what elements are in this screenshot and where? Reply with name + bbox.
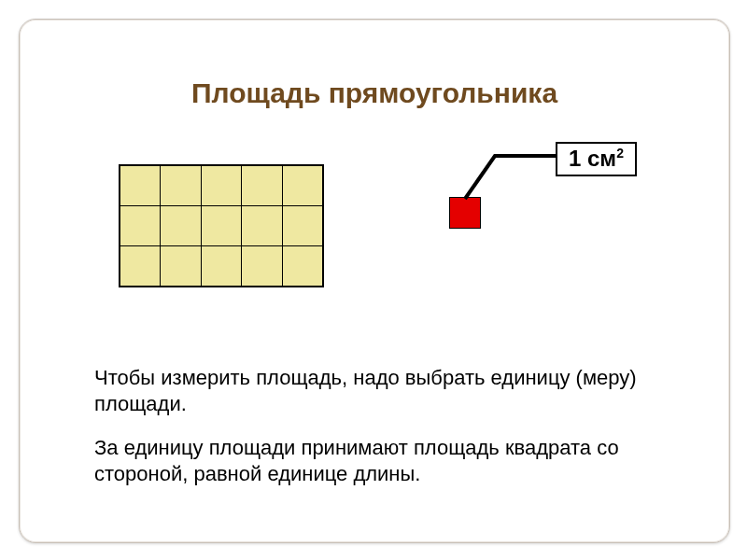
slide-frame: Площадь прямоугольника 1 см2 bbox=[19, 19, 730, 543]
grid-cell bbox=[120, 206, 160, 245]
grid-cell bbox=[201, 246, 241, 286]
grid-cell bbox=[120, 166, 160, 205]
unit-label: 1 см2 bbox=[556, 142, 637, 176]
grid-cell bbox=[241, 246, 281, 286]
grid-row bbox=[120, 245, 322, 286]
grid-cell bbox=[120, 246, 160, 286]
paragraph-2: За единицу площади принимают площадь ква… bbox=[94, 435, 692, 487]
paragraph-1: Чтобы измерить площадь, надо выбрать еди… bbox=[94, 365, 664, 417]
grid-cell bbox=[201, 166, 241, 205]
grid-cell bbox=[282, 206, 322, 245]
grid-cell bbox=[160, 246, 200, 286]
unit-label-exponent: 2 bbox=[616, 146, 624, 161]
page-title: Площадь прямоугольника bbox=[20, 77, 729, 109]
grid-cell bbox=[241, 166, 281, 205]
grid-row bbox=[120, 166, 322, 205]
grid-cell bbox=[282, 246, 322, 286]
unit-label-base: 1 см bbox=[569, 146, 616, 171]
grid-cell bbox=[241, 206, 281, 245]
unit-square-icon bbox=[449, 197, 481, 229]
grid-cell bbox=[160, 206, 200, 245]
grid-row bbox=[120, 205, 322, 245]
grid-cell bbox=[201, 206, 241, 245]
area-grid bbox=[119, 164, 324, 287]
grid-cell bbox=[282, 166, 322, 205]
grid-cell bbox=[160, 166, 200, 205]
